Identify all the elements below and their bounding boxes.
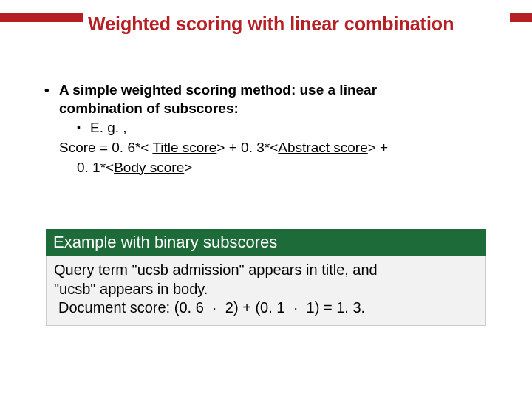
formula-pre: Score = 0. 6*< [59, 140, 152, 155]
formula-line2-pre: 0. 1*< [77, 160, 114, 175]
bullet-row: • A simple weighted scoring method: use … [44, 81, 488, 117]
abstract-score: Abstract score [278, 140, 367, 155]
example-l3-mid1: 2) + (0. 1 [221, 299, 289, 316]
dot-op-2: ・ [289, 304, 302, 314]
formula-line2: 0. 1*<Body score> [77, 159, 488, 177]
formula-line2-post: > [184, 160, 192, 175]
example-line1: Query term "ucsb admission" appears in t… [54, 261, 478, 280]
title-bar: Weighted scoring with linear combination [0, 13, 532, 22]
body-score: Body score [114, 160, 184, 175]
formula-line1: Score = 0. 6*< Title score> + 0. 3*<Abst… [59, 139, 488, 157]
slide: Weighted scoring with linear combination… [0, 0, 532, 399]
sub-bullet-row: ▪ E. g. , [77, 119, 488, 137]
formula-mid1: > + 0. 3*< [216, 140, 278, 155]
bullet-line2: combination of subscores: [59, 100, 239, 116]
sub-bullet-label: E. g. , [90, 119, 127, 137]
bullet-text: A simple weighted scoring method: use a … [59, 81, 488, 117]
example-body: Query term "ucsb admission" appears in t… [46, 256, 486, 326]
sub-bullet-marker: ▪ [77, 119, 90, 135]
sub-bullet-block: ▪ E. g. , [77, 119, 488, 137]
example-box: Example with binary subscores Query term… [46, 229, 486, 326]
example-l3-post: 1) = 1. 3. [302, 299, 365, 316]
title-score: Title score [152, 140, 216, 155]
bullet-line1: A simple weighted scoring method: use a … [59, 82, 377, 98]
example-header: Example with binary subscores [46, 229, 486, 256]
example-line3: Document score: (0. 6 ・ 2) + (0. 1 ・ 1) … [58, 299, 478, 318]
bullet-marker: • [44, 81, 59, 100]
slide-title: Weighted scoring with linear combination [83, 10, 510, 36]
example-l3-pre: Document score: (0. 6 [58, 299, 208, 316]
body-content: • A simple weighted scoring method: use … [44, 81, 488, 177]
title-underline [24, 44, 510, 44]
dot-op-1: ・ [208, 304, 221, 314]
example-line2: "ucsb" appears in body. [54, 280, 478, 299]
formula-mid2: > + [368, 140, 388, 155]
